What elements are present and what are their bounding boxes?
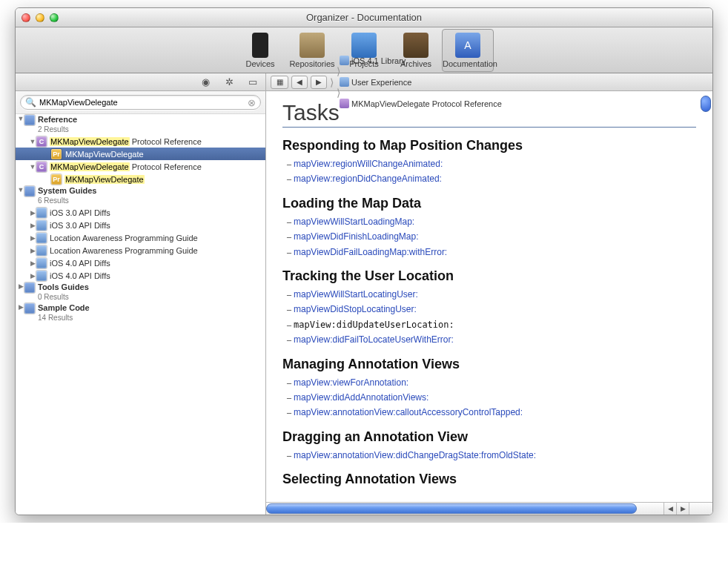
tree-item-protocol-reference[interactable]: CMKMapViewDelegate Protocol Reference [16,135,265,148]
type-badge-icon [36,258,47,268]
disclosure-icon[interactable] [29,272,36,280]
section-heading: Responding to Map Position Changes [282,138,696,153]
tree-item-doc[interactable]: iOS 4.0 API Diffs [16,257,265,269]
group-subtitle: 2 Results [38,125,69,133]
tree-label: MKMapViewDelegate [64,150,145,159]
book-icon[interactable]: ▭ [246,76,259,88]
group-title: Tools Guides [38,282,89,292]
type-badge-icon: C [36,136,47,147]
horizontal-scrollbar[interactable]: ◀ ▶ [266,502,689,515]
sidebar-toolbar: ◉ ✲ ▭ [16,73,265,91]
disclosure-icon[interactable] [29,209,36,216]
doc-content: Tasks Responding to Map Position Changes… [266,91,712,502]
tree-label: MKMapViewDelegate [64,175,145,184]
tree-label: iOS 3.0 API Diffs [50,221,110,230]
crumb-label: iOS 4.1 Library [351,56,406,65]
type-badge-icon: C [36,162,47,172]
folder-icon [24,303,35,314]
tree-item-doc[interactable]: iOS 3.0 API Diffs [16,206,265,219]
method-item[interactable]: mapView:viewForAnnotation: [287,375,696,390]
group-header[interactable]: System Guides 6 Results [16,185,265,206]
tree-item-doc[interactable]: iOS 4.0 API Diffs [16,269,265,282]
vertical-scroll-thumb[interactable] [701,96,711,112]
sidebar: ◉ ✲ ▭ 🔍 ⊗ Reference 2 ResultsCMKMapViewD… [16,73,266,515]
search-bar: 🔍 ⊗ [16,91,265,114]
disclosure-icon[interactable] [29,222,36,229]
tree-item-doc[interactable]: Location Awareness Programming Guide [16,244,265,257]
action-icon[interactable]: ✲ [222,76,236,88]
method-list: mapView:annotationView:didChangeDragStat… [287,448,696,463]
group-header[interactable]: Tools Guides 0 Results [16,282,265,303]
group-header[interactable]: Reference 2 Results [16,114,265,135]
scroll-right-button[interactable]: ▶ [676,503,689,515]
disclosure-icon[interactable] [29,259,36,267]
crumb-icon [340,77,349,87]
group-title: Reference [38,115,77,125]
type-badge-icon: Pr [51,174,62,185]
toolbar-devices[interactable]: Devices [234,29,286,72]
type-badge-icon [36,245,47,256]
clear-search-icon[interactable]: ⊗ [248,97,256,108]
disclosure-icon[interactable] [29,234,36,242]
disclosure-icon[interactable] [17,115,24,122]
tree-item-doc[interactable]: Location Awareness Programming Guide [16,231,265,244]
window: Organizer - Documentation Devices Reposi… [15,7,713,515]
eye-icon[interactable]: ◉ [199,76,212,88]
scroll-left-button[interactable]: ◀ [664,503,676,515]
tree-label: iOS 3.0 API Diffs [50,208,110,217]
horizontal-scroll-thumb[interactable] [266,503,637,514]
disclosure-icon[interactable] [17,186,24,194]
method-item[interactable]: mapViewDidFinishLoadingMap: [287,229,696,244]
tree-item-protocol[interactable]: PrMKMapViewDelegate [16,173,265,185]
disclosure-icon[interactable] [17,303,24,311]
crumb-label: User Experience [351,78,411,87]
method-item[interactable]: mapViewDidFailLoadingMap:withError: [287,245,696,259]
breadcrumb-item[interactable]: iOS 4.1 Library [337,56,505,65]
toolbar-repositories[interactable]: Repositories [286,29,338,72]
method-item[interactable]: mapView:regionWillChangeAnimated: [287,156,696,171]
tree-label: MKMapViewDelegate Protocol Reference [50,137,202,146]
archives-icon [403,33,428,58]
projects-icon [351,33,377,58]
disclosure-icon[interactable] [29,138,36,145]
back-button[interactable]: ◀ [291,76,308,89]
resize-corner[interactable] [689,502,712,515]
breadcrumb-item[interactable]: User Experience [337,77,505,87]
tree-label: Location Awareness Programming Guide [50,246,198,255]
separator-icon: ⟩ [337,65,340,77]
tree-label: iOS 4.0 API Diffs [50,259,110,268]
method-item[interactable]: mapViewDidStopLocatingUser: [287,302,696,317]
method-item[interactable]: mapView:didFailToLocateUserWithError: [287,332,696,347]
folder-icon [24,282,35,293]
tree-item-doc[interactable]: iOS 3.0 API Diffs [16,219,265,231]
group-header[interactable]: Sample Code 14 Results [16,303,265,323]
tree-item-protocol-reference[interactable]: CMKMapViewDelegate Protocol Reference [16,160,265,173]
disclosure-icon[interactable] [29,163,36,171]
section-heading: Tracking the User Location [282,268,696,284]
group-subtitle: 6 Results [38,196,69,205]
disclosure-icon[interactable] [29,247,36,254]
type-badge-icon [36,208,47,218]
tree-item-protocol[interactable]: PrMKMapViewDelegate [16,148,265,160]
method-item[interactable]: mapView:didAddAnnotationViews: [287,390,696,405]
method-item: mapView:didUpdateUserLocation: [287,317,696,332]
folder-icon [24,115,35,125]
search-field-wrap: 🔍 ⊗ [20,95,261,110]
group-title: System Guides [38,186,96,196]
folder-icon [24,186,35,196]
method-item[interactable]: mapView:regionDidChangeAnimated: [287,171,696,186]
group-title: Sample Code [38,303,90,313]
method-item[interactable]: mapView:annotationView:calloutAccessoryC… [287,405,696,420]
method-list: mapView:regionWillChangeAnimated:mapView… [287,156,696,187]
method-item[interactable]: mapViewWillStartLocatingUser: [287,287,696,302]
separator-icon: ⟩ [330,76,334,88]
window-title: Organizer - Documentation [16,12,712,23]
grid-button[interactable]: ▦ [271,76,288,89]
disclosure-icon[interactable] [17,282,24,290]
forward-button[interactable]: ▶ [311,76,327,89]
search-input[interactable] [39,98,245,107]
method-item[interactable]: mapView:annotationView:didChangeDragStat… [287,448,696,463]
results-tree: Reference 2 ResultsCMKMapViewDelegate Pr… [16,114,265,515]
method-item[interactable]: mapViewWillStartLoadingMap: [287,214,696,229]
main-pane: ▦ ◀ ▶ ⟩ iOS 4.1 Library⟩User Experience⟩… [266,73,712,515]
